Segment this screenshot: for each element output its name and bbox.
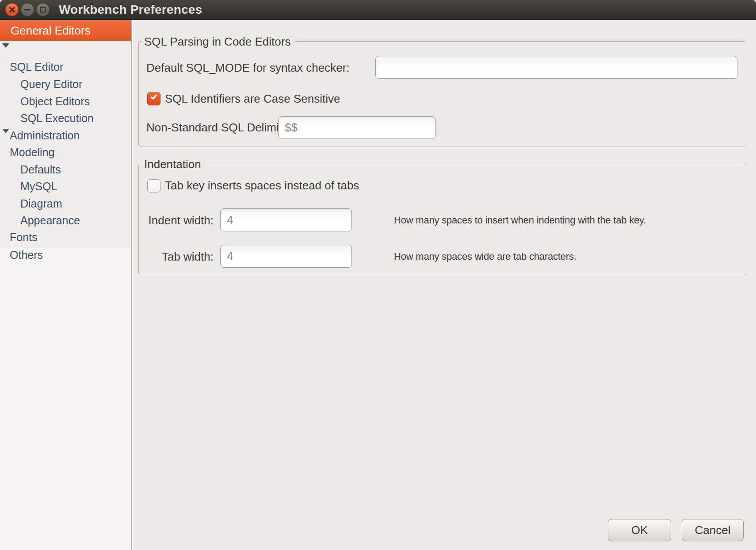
- preferences-dialog: Workbench Preferences General Editors SQ…: [0, 0, 756, 550]
- delimiter-label: Non-Standard SQL Delimiter:: [146, 120, 295, 135]
- sidebar-item-sql-execution[interactable]: SQL Execution: [20, 110, 94, 127]
- checkmark-icon: [150, 93, 157, 100]
- sidebar-item-object-editors[interactable]: Object Editors: [20, 93, 90, 110]
- sidebar-item-label: General Editors: [11, 20, 91, 41]
- sidebar-item-general-editors[interactable]: General Editors: [0, 20, 131, 41]
- indent-width-label: Indent width:: [139, 213, 214, 227]
- expander-icon[interactable]: [2, 129, 9, 133]
- cancel-button[interactable]: Cancel: [682, 519, 744, 541]
- sidebar-tree: General Editors SQL Editor Query Editor …: [0, 20, 131, 248]
- sidebar-item-modeling[interactable]: Modeling: [10, 144, 54, 161]
- title-bar: Workbench Preferences: [0, 0, 756, 20]
- group-legend: Indentation: [142, 157, 205, 172]
- sql-mode-label: Default SQL_MODE for syntax checker:: [146, 61, 350, 75]
- indent-width-input[interactable]: [220, 208, 352, 231]
- close-button[interactable]: [5, 3, 19, 16]
- indentation-group: Indentation Tab key inserts spaces inste…: [138, 164, 746, 275]
- group-legend: SQL Parsing in Code Editors: [142, 34, 294, 49]
- indent-width-help: How many spaces to insert when indenting…: [394, 215, 646, 226]
- close-icon: [8, 6, 15, 13]
- sidebar-item-diagram[interactable]: Diagram: [20, 195, 62, 212]
- sidebar-item-administration[interactable]: Administration: [10, 127, 80, 144]
- tab-spaces-label: Tab key inserts spaces instead of tabs: [165, 178, 359, 192]
- ok-button[interactable]: OK: [608, 519, 671, 541]
- sidebar-item-fonts[interactable]: Fonts: [10, 229, 38, 246]
- sidebar-item-others[interactable]: Others: [10, 246, 43, 264]
- expander-icon[interactable]: [2, 43, 9, 48]
- preferences-sidebar: General Editors SQL Editor Query Editor …: [0, 20, 133, 550]
- case-sensitive-checkbox[interactable]: [147, 92, 160, 105]
- sidebar-item-sql-editor[interactable]: SQL Editor: [10, 58, 63, 75]
- maximize-icon: [40, 7, 46, 13]
- minimize-icon: [24, 9, 31, 11]
- sql-parsing-group: SQL Parsing in Code Editors Default SQL_…: [138, 41, 746, 146]
- tab-width-input[interactable]: [220, 245, 352, 268]
- tab-width-label: Tab width:: [139, 250, 214, 264]
- minimize-button[interactable]: [21, 3, 34, 16]
- sidebar-item-mysql[interactable]: MySQL: [20, 178, 57, 195]
- sql-mode-input[interactable]: [375, 56, 737, 79]
- delimiter-input[interactable]: [278, 116, 436, 139]
- tab-spaces-checkbox[interactable]: [147, 179, 160, 192]
- maximize-button[interactable]: [36, 3, 50, 16]
- window-title: Workbench Preferences: [59, 3, 202, 17]
- sidebar-item-defaults[interactable]: Defaults: [20, 161, 61, 178]
- tab-width-help: How many spaces wide are tab characters.: [394, 251, 577, 262]
- sidebar-item-appearance[interactable]: Appearance: [20, 212, 80, 229]
- case-sensitive-label: SQL Identifiers are Case Sensitive: [165, 92, 340, 106]
- sidebar-item-query-editor[interactable]: Query Editor: [20, 76, 82, 92]
